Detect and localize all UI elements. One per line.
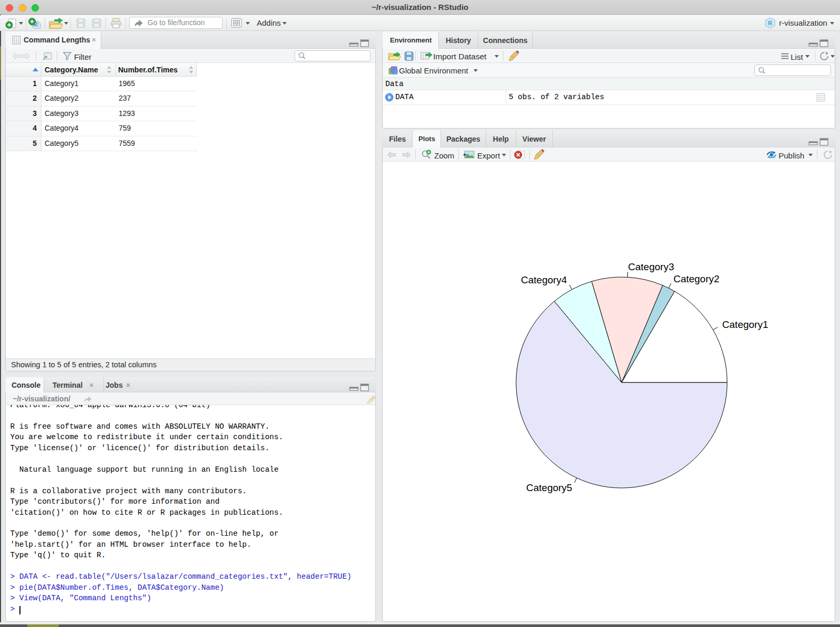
svg-text:Category3: Category3 <box>628 261 674 272</box>
svg-text:Category4: Category4 <box>521 274 567 285</box>
svg-text:R: R <box>768 20 772 26</box>
svg-text:Category2: Category2 <box>674 273 720 284</box>
svg-text:Category1: Category1 <box>722 319 769 330</box>
svg-text:Category5: Category5 <box>526 482 572 493</box>
